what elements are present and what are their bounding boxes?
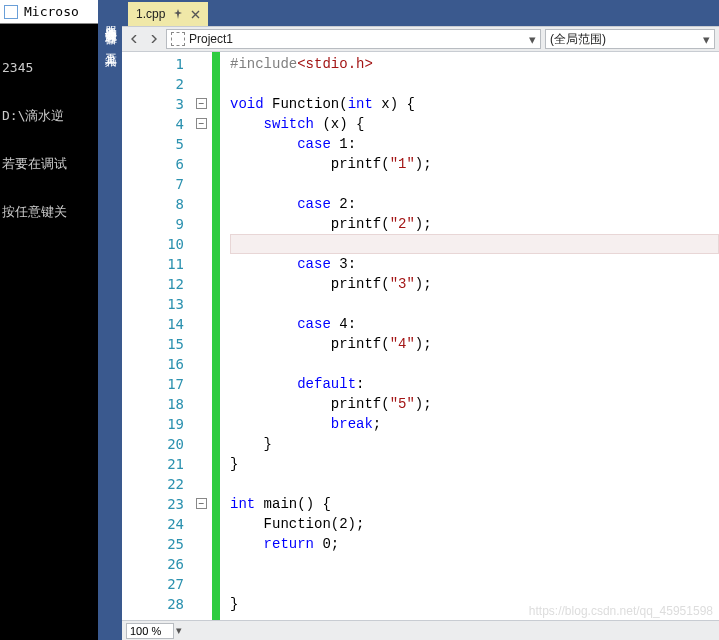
- line-number: 15: [122, 334, 184, 354]
- line-number: 25: [122, 534, 184, 554]
- line-number: 19: [122, 414, 184, 434]
- change-indicator: [212, 52, 220, 620]
- chevron-down-icon[interactable]: ▾: [176, 624, 182, 637]
- line-number: 5: [122, 134, 184, 154]
- line-number: 23: [122, 494, 184, 514]
- side-tab-toolbox[interactable]: 工具箱: [100, 36, 121, 55]
- line-number: 24: [122, 514, 184, 534]
- line-number: 6: [122, 154, 184, 174]
- code-line[interactable]: #include<stdio.h>: [230, 54, 719, 74]
- chevron-down-icon: ▾: [703, 32, 710, 47]
- side-tab-server-explorer[interactable]: 服务器资源管理器: [100, 8, 121, 32]
- fold-toggle-icon[interactable]: −: [196, 98, 207, 109]
- line-number: 17: [122, 374, 184, 394]
- chevron-down-icon: ▾: [529, 32, 536, 47]
- code-line[interactable]: [230, 474, 719, 494]
- code-line[interactable]: void Function(int x) {: [230, 94, 719, 114]
- zoom-value: 100 %: [130, 625, 161, 637]
- line-number: 1: [122, 54, 184, 74]
- code-editor[interactable]: 1234567891011121314151617181920212223242…: [122, 52, 719, 620]
- console-line: 按任意键关: [2, 204, 96, 220]
- project-scope-dropdown[interactable]: Project1 ▾: [166, 29, 541, 49]
- code-line[interactable]: }: [230, 454, 719, 474]
- code-line[interactable]: }: [230, 594, 719, 614]
- code-line[interactable]: case 2:: [230, 194, 719, 214]
- code-line[interactable]: printf("2");: [230, 214, 719, 234]
- close-icon[interactable]: [191, 10, 200, 19]
- code-line[interactable]: [230, 74, 719, 94]
- member-scope-label: (全局范围): [550, 31, 699, 48]
- console-window: Microso 2345 D:\滴水逆 若要在调试 按任意键关: [0, 0, 98, 640]
- line-number: 9: [122, 214, 184, 234]
- code-line[interactable]: [230, 554, 719, 574]
- line-number: 7: [122, 174, 184, 194]
- code-line[interactable]: break;: [230, 414, 719, 434]
- line-number: 28: [122, 594, 184, 614]
- outline-column: −−−: [192, 52, 212, 620]
- nav-forward-icon[interactable]: [146, 31, 162, 47]
- code-content[interactable]: #include<stdio.h>void Function(int x) { …: [220, 52, 719, 620]
- line-number: 26: [122, 554, 184, 574]
- code-line[interactable]: printf("5");: [230, 394, 719, 414]
- line-number: 21: [122, 454, 184, 474]
- code-line[interactable]: int main() {: [230, 494, 719, 514]
- code-line[interactable]: case 1:: [230, 134, 719, 154]
- line-number: 3: [122, 94, 184, 114]
- console-line: 2345: [2, 60, 96, 76]
- pin-icon[interactable]: [173, 9, 183, 19]
- line-number: 11: [122, 254, 184, 274]
- code-line[interactable]: [230, 174, 719, 194]
- console-line: 若要在调试: [2, 156, 96, 172]
- line-number: 13: [122, 294, 184, 314]
- ide-window: 服务器资源管理器 工具箱 1.cpp Proj: [98, 0, 719, 640]
- console-output: 2345 D:\滴水逆 若要在调试 按任意键关: [0, 24, 98, 256]
- line-number-gutter: 1234567891011121314151617181920212223242…: [122, 52, 192, 620]
- code-line[interactable]: Function(2);: [230, 514, 719, 534]
- line-number: 12: [122, 274, 184, 294]
- code-line[interactable]: case 3:: [230, 254, 719, 274]
- code-line[interactable]: return 0;: [230, 534, 719, 554]
- nav-back-icon[interactable]: [126, 31, 142, 47]
- fold-toggle-icon[interactable]: −: [196, 498, 207, 509]
- side-tool-strip: 服务器资源管理器 工具箱: [98, 0, 122, 640]
- line-number: 8: [122, 194, 184, 214]
- zoom-input[interactable]: 100 %: [126, 623, 174, 639]
- code-line[interactable]: }: [230, 434, 719, 454]
- project-scope-label: Project1: [189, 32, 525, 46]
- project-icon: [171, 32, 185, 46]
- code-line[interactable]: case 4:: [230, 314, 719, 334]
- code-line[interactable]: [230, 234, 719, 254]
- line-number: 18: [122, 394, 184, 414]
- line-number: 27: [122, 574, 184, 594]
- line-number: 10: [122, 234, 184, 254]
- code-line[interactable]: printf("3");: [230, 274, 719, 294]
- line-number: 14: [122, 314, 184, 334]
- console-titlebar[interactable]: Microso: [0, 0, 98, 24]
- code-line[interactable]: switch (x) {: [230, 114, 719, 134]
- code-line[interactable]: printf("1");: [230, 154, 719, 174]
- line-number: 4: [122, 114, 184, 134]
- code-line[interactable]: [230, 294, 719, 314]
- code-line[interactable]: [230, 574, 719, 594]
- line-number: 16: [122, 354, 184, 374]
- fold-toggle-icon[interactable]: −: [196, 118, 207, 129]
- document-tab-label: 1.cpp: [136, 7, 165, 21]
- line-number: 20: [122, 434, 184, 454]
- console-title: Microso: [24, 4, 79, 19]
- editor-area: 1.cpp Project1 ▾ (全局范围): [122, 0, 719, 640]
- line-number: 22: [122, 474, 184, 494]
- line-number: 2: [122, 74, 184, 94]
- code-line[interactable]: printf("4");: [230, 334, 719, 354]
- navigation-bar: Project1 ▾ (全局范围) ▾: [122, 26, 719, 52]
- document-tab-active[interactable]: 1.cpp: [128, 2, 208, 26]
- code-line[interactable]: [230, 354, 719, 374]
- code-line[interactable]: default:: [230, 374, 719, 394]
- zoom-bar: 100 % ▾: [122, 620, 719, 640]
- console-icon: [4, 5, 18, 19]
- member-scope-dropdown[interactable]: (全局范围) ▾: [545, 29, 715, 49]
- console-line: D:\滴水逆: [2, 108, 96, 124]
- document-tab-bar: 1.cpp: [122, 0, 719, 26]
